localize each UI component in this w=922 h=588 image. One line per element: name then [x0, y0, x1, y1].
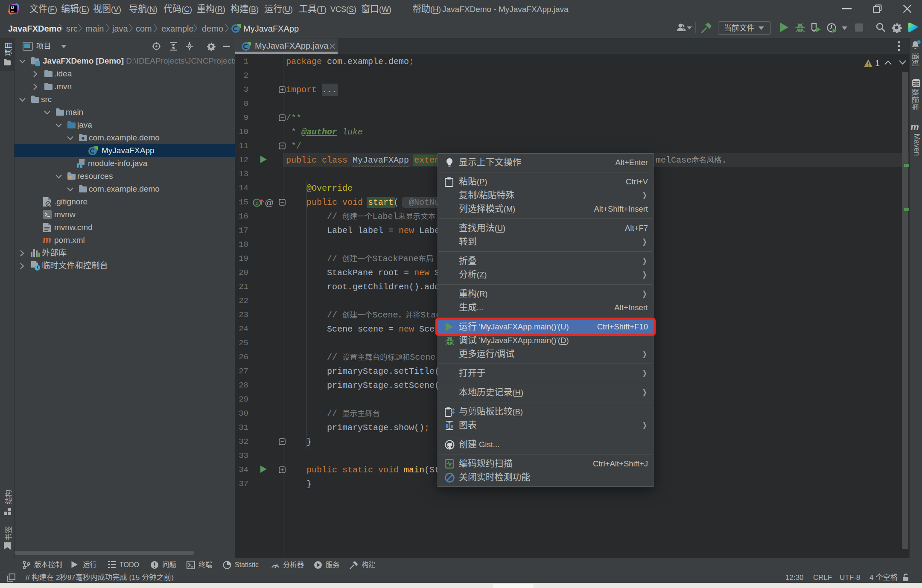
- svg-text:IJ: IJ: [11, 6, 14, 10]
- svg-text:o: o: [256, 201, 259, 207]
- svg-text:J: J: [78, 164, 80, 169]
